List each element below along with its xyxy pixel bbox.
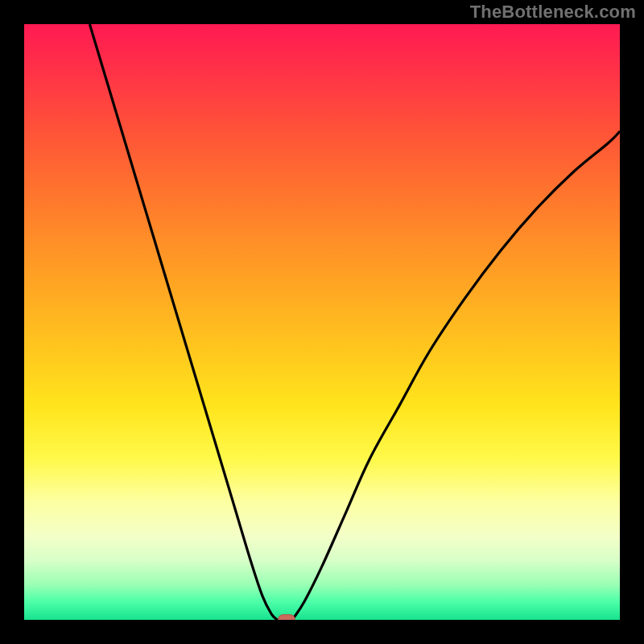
chart-frame: TheBottleneck.com [0,0,644,644]
curve-right-path [292,131,620,620]
watermark-text: TheBottleneck.com [470,2,636,23]
optimum-marker [278,614,295,620]
plot-area [24,24,620,620]
curve-left-path [89,24,277,620]
curve-svg [24,24,620,620]
